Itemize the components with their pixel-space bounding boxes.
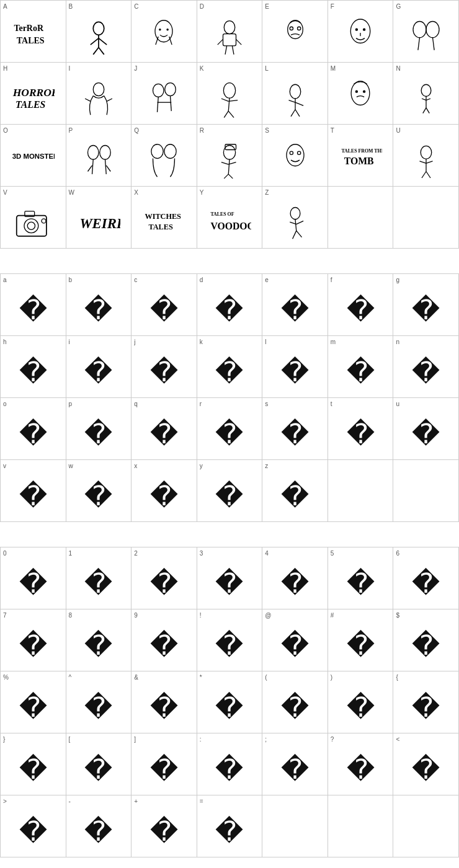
glyph-hash: � xyxy=(347,632,375,659)
label-lbracket: [ xyxy=(69,736,71,743)
content-L xyxy=(265,74,325,123)
svg-point-54 xyxy=(363,90,365,92)
glyph-p: � xyxy=(84,420,112,448)
cell-8: 8 � xyxy=(66,609,132,671)
cell-X: X WITCHES TALES xyxy=(131,187,197,249)
cell-5: 5 � xyxy=(328,547,394,609)
cell-L: L xyxy=(262,63,328,125)
gap-1 xyxy=(0,261,459,273)
svg-line-60 xyxy=(426,107,429,113)
cell-y: y � xyxy=(197,460,263,522)
cell-N: N xyxy=(393,63,459,125)
svg-line-75 xyxy=(224,174,228,178)
content-F xyxy=(331,12,391,61)
glyph-v: � xyxy=(19,482,47,510)
glyph-gt: � xyxy=(19,818,47,845)
label-9: 9 xyxy=(134,612,138,619)
content-z: � xyxy=(265,471,325,520)
svg-line-42 xyxy=(221,99,228,101)
svg-line-65 xyxy=(105,159,106,174)
content-equals: � xyxy=(200,807,260,856)
illus-C xyxy=(142,15,185,58)
cell-0: 0 � xyxy=(1,547,66,609)
cell-Q: Q xyxy=(131,125,197,187)
illus-R xyxy=(208,139,251,182)
content-W: WEIRD xyxy=(69,198,129,247)
content-lbracket: � xyxy=(69,745,129,794)
label-D: D xyxy=(200,3,204,11)
cell-lcurly: { � xyxy=(393,671,459,733)
cell-R: R xyxy=(197,125,263,187)
svg-line-37 xyxy=(158,97,159,112)
content-lparen: � xyxy=(265,683,325,732)
svg-text:HORROR: HORROR xyxy=(12,86,55,98)
cell-q: q � xyxy=(131,398,197,460)
cell-w: w � xyxy=(66,460,132,522)
content-m: � xyxy=(331,347,391,396)
label-x: x xyxy=(134,463,137,470)
cell-s: s � xyxy=(262,398,328,460)
illus-U xyxy=(404,139,448,182)
content-plus: � xyxy=(134,807,194,856)
glyph-4: � xyxy=(281,570,309,597)
cell-Y: Y TALES OF VOODOO xyxy=(197,187,263,249)
cell-P: P xyxy=(66,125,132,187)
cell-question: ? � xyxy=(328,733,394,795)
glyph-t: � xyxy=(347,420,375,448)
content-a: � xyxy=(3,285,63,334)
svg-point-2 xyxy=(93,22,104,35)
svg-line-50 xyxy=(291,109,295,116)
label-j: j xyxy=(134,339,135,346)
content-dollar: � xyxy=(396,621,456,670)
content-rbracket: � xyxy=(134,745,194,794)
label-K: K xyxy=(200,65,204,73)
content-lcurly: � xyxy=(396,683,456,732)
label-T: T xyxy=(331,127,334,135)
content-amp: � xyxy=(134,683,194,732)
cell-empty-1 xyxy=(328,187,394,249)
glyph-3: � xyxy=(215,570,243,597)
cell-plus: + � xyxy=(131,795,197,857)
svg-line-29 xyxy=(432,37,434,50)
content-M xyxy=(331,74,391,123)
content-y: � xyxy=(200,471,260,520)
svg-text:TOMB: TOMB xyxy=(344,156,374,166)
svg-point-62 xyxy=(87,145,99,159)
cell-3: 3 � xyxy=(197,547,263,609)
svg-line-18 xyxy=(236,39,241,45)
content-i: � xyxy=(69,347,129,396)
glyph-h: � xyxy=(19,358,47,386)
label-u: u xyxy=(396,401,399,408)
cell-T: T TALES FROM THE TOMB xyxy=(328,125,394,187)
content-b: � xyxy=(69,285,129,334)
illus-B xyxy=(77,15,120,58)
content-4: � xyxy=(265,559,325,608)
svg-line-59 xyxy=(422,107,426,113)
label-hash: # xyxy=(331,612,334,619)
illus-Y: TALES OF VOODOO xyxy=(208,201,251,244)
label-question: ? xyxy=(331,736,334,743)
svg-line-76 xyxy=(228,174,233,178)
illus-H: HORROR TALES xyxy=(11,77,55,120)
illus-J xyxy=(142,77,185,120)
cell-c: c � xyxy=(131,274,197,336)
cell-F: F xyxy=(328,1,394,63)
label-n: n xyxy=(396,339,399,346)
numbers-grid: 0 � 1 � 2 � 3 � 4 � xyxy=(0,547,459,857)
cell-E: E xyxy=(262,1,328,63)
svg-line-101 xyxy=(296,221,303,224)
content-at: � xyxy=(265,621,325,670)
svg-line-41 xyxy=(228,98,230,111)
svg-line-38 xyxy=(171,95,172,111)
cell-m: m � xyxy=(328,336,394,398)
glyph-7: � xyxy=(19,632,47,659)
glyph-lt: � xyxy=(412,756,440,783)
glyph-c: � xyxy=(150,296,178,324)
cell-empty-lc-1 xyxy=(328,460,394,522)
svg-text:TALES: TALES xyxy=(16,99,45,109)
numbers-section: 0 � 1 � 2 � 3 � 4 � xyxy=(0,547,459,857)
content-rcurly: � xyxy=(3,745,63,794)
cell-7: 7 � xyxy=(1,609,66,671)
glyph-1: � xyxy=(84,570,112,597)
glyph-w: � xyxy=(84,482,112,510)
